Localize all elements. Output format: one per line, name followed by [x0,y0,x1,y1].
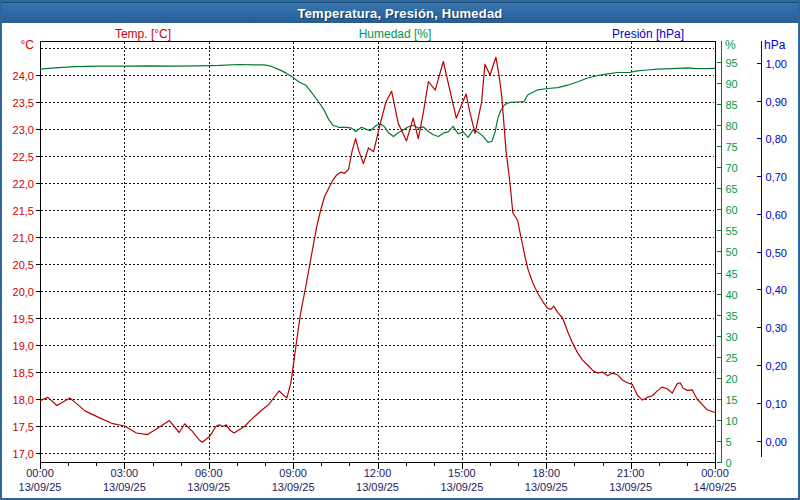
humidity-tick-label: 5 [726,436,732,448]
date-label: 13/09/25 [103,481,146,493]
time-label: 00:00 [26,467,54,479]
humidity-tick-label: 85 [726,99,738,111]
humidity-tick-label: 80 [726,120,738,132]
date-label: 14/09/25 [694,481,737,493]
date-label: 13/09/25 [525,481,568,493]
humidity-tick-label: 10 [726,415,738,427]
pressure-tick-label: 0,10 [766,398,787,410]
date-label: 13/09/25 [440,481,483,493]
pressure-tick-label: 0,70 [766,171,787,183]
time-label: 12:00 [364,467,392,479]
humidity-tick-label: 75 [726,141,738,153]
date-label: 13/09/25 [19,481,62,493]
pressure-tick-label: 0,40 [766,284,787,296]
pressure-tick-label: 0,60 [766,209,787,221]
time-label: 18:00 [532,467,560,479]
humidity-tick-label: 15 [726,394,738,406]
date-label: 13/09/25 [356,481,399,493]
humidity-tick-label: 20 [726,373,738,385]
pressure-tick-label: 0,20 [766,360,787,372]
pressure-tick-label: 0,30 [766,322,787,334]
humidity-tick-label: 95 [726,57,738,69]
humidity-tick-label: 45 [726,268,738,280]
time-label: 06:00 [195,467,223,479]
humidity-tick-label: 40 [726,289,738,301]
temp-tick-label: 21,0 [13,232,34,244]
humidity-tick-label: 65 [726,183,738,195]
temp-tick-label: 18,5 [13,367,34,379]
temp-tick-label: 17,0 [13,448,34,460]
pressure-tick-label: 0,00 [766,436,787,448]
temperature-curve [40,57,715,442]
date-label: 13/09/25 [272,481,315,493]
time-label: 03:00 [111,467,139,479]
date-label: 13/09/25 [609,481,652,493]
chart-plot-area: 24,023,523,022,522,021,521,020,520,019,5… [0,0,800,500]
time-label: 15:00 [448,467,476,479]
temp-tick-label: 22,5 [13,151,34,163]
weather-chart-window: Temperatura, Presión, Humedad Temp. [°C]… [0,0,800,500]
temp-tick-label: 19,0 [13,340,34,352]
humidity-tick-label: 35 [726,310,738,322]
time-label: 09:00 [279,467,307,479]
humidity-tick-label: 90 [726,78,738,90]
humidity-tick-label: 30 [726,331,738,343]
time-label: 21:00 [617,467,645,479]
pressure-tick-label: 0,90 [766,96,787,108]
temp-tick-label: 19,5 [13,313,34,325]
humidity-tick-label: 55 [726,225,738,237]
temp-tick-label: 22,0 [13,178,34,190]
humidity-tick-label: 70 [726,162,738,174]
pressure-tick-label: 0,50 [766,247,787,259]
humidity-curve [40,65,715,143]
humidity-tick-label: 60 [726,204,738,216]
temp-tick-label: 20,0 [13,286,34,298]
temp-tick-label: 18,0 [13,394,34,406]
temp-tick-label: 17,5 [13,421,34,433]
date-label: 13/09/25 [187,481,230,493]
pressure-tick-label: 0,80 [766,133,787,145]
temp-tick-label: 20,5 [13,259,34,271]
temp-tick-label: 23,0 [13,124,34,136]
pressure-tick-label: 1,00 [766,58,787,70]
humidity-tick-label: 25 [726,352,738,364]
humidity-tick-label: 50 [726,246,738,258]
temp-tick-label: 21,5 [13,205,34,217]
time-label: 00:00 [701,467,729,479]
humidity-tick-label: 0 [726,457,732,469]
temp-tick-label: 24,0 [13,70,34,82]
temp-tick-label: 23,5 [13,97,34,109]
